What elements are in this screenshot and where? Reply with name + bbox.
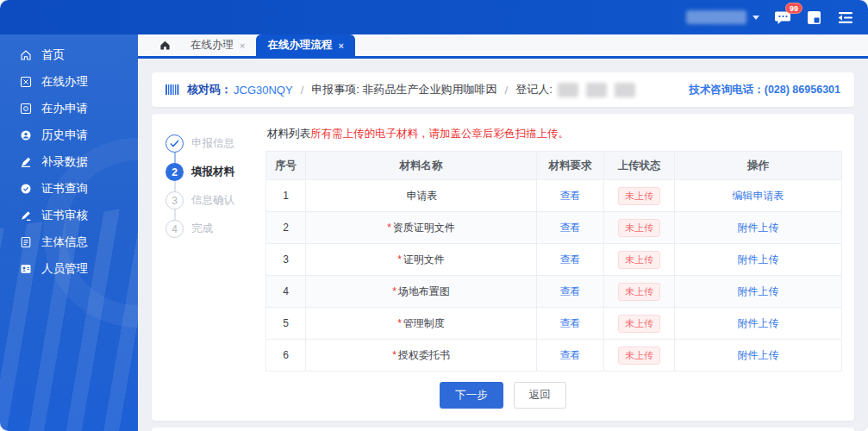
table-header-row: 序号 材料名称 材料要求 上传状态 操作: [266, 152, 842, 180]
tab-close-icon[interactable]: ×: [240, 41, 245, 51]
view-link[interactable]: 查看: [560, 285, 581, 297]
cell-no: 4: [266, 276, 306, 308]
cell-no: 1: [266, 180, 306, 212]
tab-home-button[interactable]: [150, 34, 179, 56]
step-done-circle: [165, 134, 184, 153]
sidebar-item-label: 人员管理: [41, 261, 88, 277]
sidebar-item-pending-applications[interactable]: 在办申请: [0, 95, 138, 122]
subject-info-icon: [20, 236, 32, 248]
user-menu[interactable]: [686, 10, 759, 24]
col-header-requirement: 材料要求: [537, 152, 604, 180]
col-header-no: 序号: [266, 152, 306, 180]
sidebar-item-subject-info[interactable]: 主体信息: [0, 228, 138, 255]
view-link[interactable]: 查看: [560, 222, 581, 234]
sidebar-item-label: 在线办理: [41, 74, 88, 90]
view-link[interactable]: 查看: [560, 349, 581, 361]
cell-name: 申请表: [306, 180, 537, 212]
cell-no: 2: [266, 212, 306, 244]
col-header-status: 上传状态: [604, 152, 675, 180]
registrant-name-redacted: [558, 83, 635, 97]
table-row: 2 *资质证明文件 查看 未上传 附件上传: [266, 212, 842, 244]
collapse-menu-button[interactable]: [837, 11, 854, 24]
tab-online-handling[interactable]: 在线办理 ×: [179, 34, 256, 56]
sidebar-item-personnel-management[interactable]: 人员管理: [0, 255, 138, 282]
materials-table: 序号 材料名称 材料要求 上传状态 操作 1 申请表: [265, 151, 842, 372]
form-actions: 下一步 返回: [164, 372, 842, 415]
table-row: 3 *证明文件 查看 未上传 附件上传: [266, 244, 842, 276]
sidebar-item-label: 在办申请: [41, 101, 88, 116]
tab-label: 在线办理: [190, 38, 234, 53]
user-name-redacted: [686, 10, 746, 24]
supplementary-data-icon: [20, 156, 32, 168]
materials-card: 申报信息 2 填报材料 3 信息确认: [152, 114, 854, 421]
cell-name: *管理制度: [306, 308, 537, 340]
sidebar-item-home[interactable]: 首页: [0, 41, 138, 68]
next-step-button[interactable]: 下一步: [440, 382, 503, 409]
step-number: 4: [165, 220, 184, 238]
sidebar-menu: 首页 在线办理 在办申请 历史申请: [0, 34, 138, 282]
separator: /: [301, 84, 304, 97]
action-link[interactable]: 编辑申请表: [733, 190, 784, 202]
check-icon: [170, 140, 179, 147]
tab-close-icon[interactable]: ×: [338, 41, 343, 51]
messages-button[interactable]: 99: [775, 10, 791, 25]
sidebar-item-history-applications[interactable]: 历史申请: [0, 122, 138, 148]
application-info-bar: 核对码： JCG30NQY / 申报事项: 非药品生产企业购用咖啡因 / 登记人…: [152, 72, 854, 107]
layout-switch-button[interactable]: [807, 10, 821, 25]
col-header-name: 材料名称: [306, 152, 537, 180]
view-link[interactable]: 查看: [560, 317, 581, 329]
status-badge: 未上传: [618, 283, 660, 301]
separator: /: [505, 84, 509, 97]
collapse-menu-icon: [837, 11, 854, 24]
personnel-management-icon: [20, 263, 32, 275]
action-link[interactable]: 附件上传: [738, 285, 779, 297]
step-confirm-info: 3 信息确认: [165, 186, 255, 215]
certificate-query-icon: [20, 183, 32, 195]
step-label: 填报材料: [191, 165, 234, 179]
sidebar-item-supplementary-data[interactable]: 补录数据: [0, 148, 138, 175]
cell-name: *证明文件: [306, 244, 537, 276]
sidebar-item-label: 首页: [41, 47, 65, 63]
materials-notice: 材料列表所有需上传的电子材料，请加盖公章后彩色扫描上传。: [265, 124, 842, 151]
sidebar-item-label: 证书查询: [41, 181, 88, 197]
materials-table-area: 材料列表所有需上传的电子材料，请加盖公章后彩色扫描上传。 序号 材料名称 材料要…: [255, 124, 842, 372]
cell-no: 5: [266, 308, 306, 340]
notice-highlight: 所有需上传的电子材料，请加盖公章后彩色扫描上传。: [310, 128, 569, 140]
action-link[interactable]: 附件上传: [738, 222, 779, 234]
check-code-value: JCG30NQY: [234, 84, 293, 97]
notice-prefix: 材料列表: [267, 128, 310, 140]
action-link[interactable]: 附件上传: [738, 317, 779, 329]
report-item-text: 申报事项: 非药品生产企业购用咖啡因: [311, 82, 496, 97]
view-link[interactable]: 查看: [560, 190, 581, 202]
sidebar-item-label: 证书审核: [41, 208, 88, 223]
topbar: 99: [0, 0, 868, 34]
sidebar: 首页 在线办理 在办申请 历史申请: [0, 34, 138, 431]
sidebar-item-certificate-review[interactable]: 证书审核: [0, 202, 138, 228]
pending-applications-icon: [20, 103, 32, 115]
action-link[interactable]: 附件上传: [738, 253, 779, 265]
sidebar-item-certificate-query[interactable]: 证书查询: [0, 175, 138, 202]
footer-strip: [152, 428, 854, 431]
status-badge: 未上传: [618, 315, 660, 333]
action-link[interactable]: 附件上传: [738, 349, 779, 361]
sidebar-item-label: 历史申请: [41, 128, 88, 143]
table-row: 1 申请表 查看 未上传 编辑申请表: [266, 180, 842, 212]
table-row: 4 *场地布置图 查看 未上传 附件上传: [266, 276, 842, 308]
main-area: 在线办理 × 在线办理流程 × 核对码： JCG30NQY: [138, 34, 868, 431]
step-label: 信息确认: [191, 193, 234, 208]
col-header-action: 操作: [675, 152, 842, 180]
back-button[interactable]: 返回: [514, 382, 566, 409]
tab-online-handling-process[interactable]: 在线办理流程 ×: [256, 34, 354, 56]
status-badge: 未上传: [618, 251, 660, 269]
step-number: 3: [165, 191, 184, 209]
tab-bar: 在线办理 × 在线办理流程 ×: [138, 34, 868, 59]
sidebar-item-label: 主体信息: [41, 234, 88, 250]
view-link[interactable]: 查看: [560, 253, 581, 265]
step-label: 完成: [191, 222, 213, 236]
sidebar-item-online-handling[interactable]: 在线办理: [0, 68, 138, 95]
home-icon: [20, 49, 32, 61]
step-application-info: 申报信息: [165, 129, 255, 158]
process-stepper: 申报信息 2 填报材料 3 信息确认: [164, 124, 255, 372]
step-label: 申报信息: [191, 136, 234, 151]
window-layout-icon: [807, 10, 821, 25]
